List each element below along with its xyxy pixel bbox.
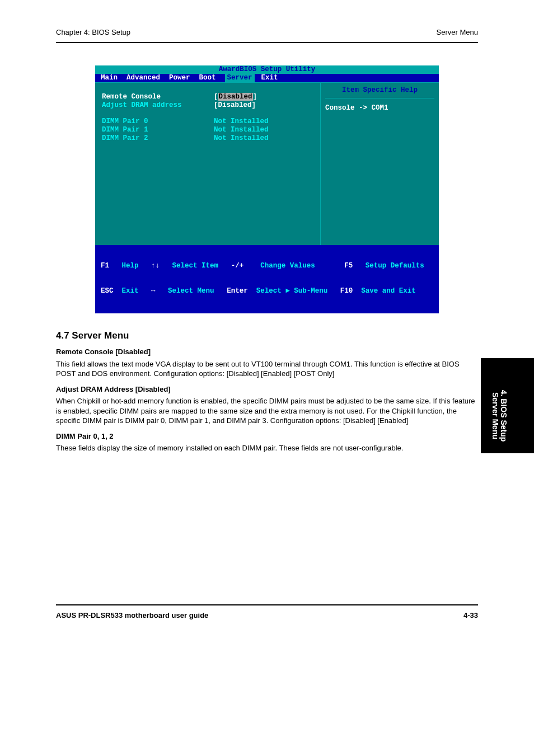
setting-body: This field allows the text mode VGA disp… — [56, 359, 478, 379]
bios-settings-pane: Remote Console [Disabled] Adjust DRAM ad… — [95, 83, 320, 245]
section-heading: 4.7 Server Menu — [56, 330, 478, 341]
menu-advanced[interactable]: Advanced — [127, 74, 160, 82]
setting-heading: Remote Console [Disabled] — [56, 347, 478, 357]
bios-body: Remote Console [Disabled] Adjust DRAM ad… — [95, 82, 439, 245]
setting-heading: DIMM Pair 0, 1, 2 — [56, 431, 478, 442]
menu-power[interactable]: Power — [169, 74, 190, 82]
menu-main[interactable]: Main — [101, 74, 118, 82]
setting-value: [Disabled] — [214, 93, 257, 101]
side-tab-line2: Server Menu — [490, 368, 499, 463]
dimm-value: Not Installed — [214, 126, 269, 134]
dimm-pair-1: DIMM Pair 1 Not Installed — [102, 126, 316, 134]
help-title: Item Specific Help — [325, 86, 434, 98]
setting-remote-console[interactable]: Remote Console [Disabled] — [102, 93, 316, 101]
setting-block-adjust-dram: Adjust DRAM Address [Disabled] When Chip… — [56, 384, 478, 426]
setting-block-dimm-pair: DIMM Pair 0, 1, 2 These fields display t… — [56, 431, 478, 453]
dimm-pair-2: DIMM Pair 2 Not Installed — [102, 134, 316, 143]
footer-right: 4-33 — [463, 611, 478, 619]
help-body: Console -> COM1 — [325, 104, 434, 112]
setting-value: [Disabled] — [214, 101, 256, 110]
page-footer: ASUS PR-DLSR533 motherboard user guide 4… — [56, 611, 478, 619]
setting-body: These fields display the size of memory … — [56, 443, 478, 453]
menu-boot[interactable]: Boot — [199, 74, 216, 82]
menu-server[interactable]: Server — [225, 74, 255, 82]
rule-bottom — [56, 604, 478, 605]
bios-footer: F1 Help ↑↓ Select Item -/+ Change Values… — [95, 245, 439, 313]
setting-label: Remote Console — [102, 93, 214, 101]
menu-exit[interactable]: Exit — [261, 74, 278, 82]
setting-adjust-dram[interactable]: Adjust DRAM address [Disabled] — [102, 101, 316, 110]
footer-line-1: F1 Help ↑↓ Select Item -/+ Change Values… — [101, 262, 433, 270]
rule-top — [56, 42, 478, 43]
setting-block-remote-console: Remote Console [Disabled] This field all… — [56, 347, 478, 379]
side-tab: 4. BIOS Setup Server Menu — [481, 358, 534, 453]
footer-line-2: ESC Exit ↔ Select Menu Enter Select ► Su… — [101, 287, 433, 295]
dimm-value: Not Installed — [214, 134, 269, 143]
setting-heading: Adjust DRAM Address [Disabled] — [56, 384, 478, 395]
header-left: Chapter 4: BIOS Setup — [56, 28, 130, 36]
dimm-label: DIMM Pair 1 — [102, 126, 214, 134]
side-tab-line1: 4. BIOS Setup — [499, 368, 508, 463]
setting-body: When Chipkill or hot-add memory function… — [56, 396, 478, 426]
footer-left: ASUS PR-DLSR533 motherboard user guide — [56, 611, 208, 619]
bios-title: AwardBIOS Setup Utility — [95, 65, 439, 74]
dimm-pair-0: DIMM Pair 0 Not Installed — [102, 118, 316, 126]
dimm-value: Not Installed — [214, 118, 269, 126]
dimm-label: DIMM Pair 2 — [102, 134, 214, 143]
bios-screenshot: AwardBIOS Setup Utility Main Advanced Po… — [95, 65, 439, 313]
page-header: Chapter 4: BIOS Setup Server Menu — [56, 28, 478, 36]
header-right: Server Menu — [437, 28, 478, 36]
bios-menubar: Main Advanced Power Boot Server Exit — [95, 74, 439, 82]
setting-label: Adjust DRAM address — [102, 101, 214, 110]
bios-help-pane: Item Specific Help Console -> COM1 — [320, 83, 439, 245]
dimm-label: DIMM Pair 0 — [102, 118, 214, 126]
